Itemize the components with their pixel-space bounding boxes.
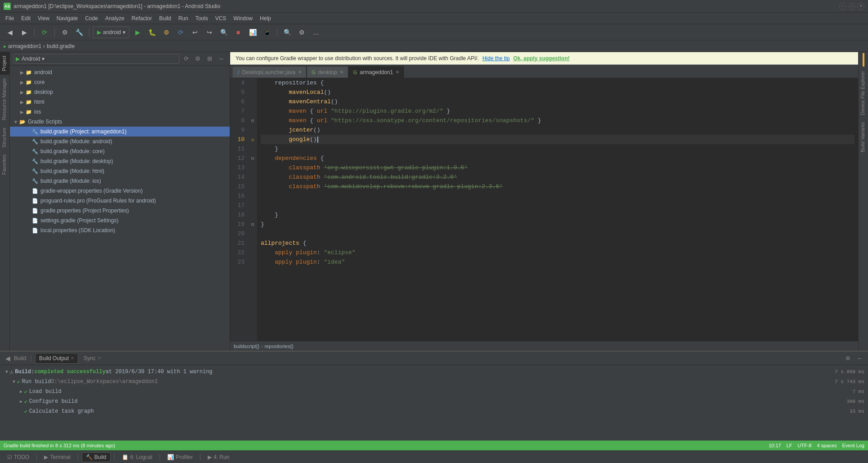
side-tab-device-file-explorer[interactable]: Device File Explorer <box>859 67 868 119</box>
hide-tip-link[interactable]: Hide the tip <box>482 55 510 62</box>
build-row-calculate[interactable]: ✔ Calculate task graph 33 ms <box>0 406 868 416</box>
bottom-arrow-back[interactable]: ◀ <box>4 355 12 362</box>
side-tab-build-variants[interactable]: Build Variants <box>859 119 868 156</box>
tree-item-html[interactable]: ▶ 📁 html <box>10 97 230 107</box>
settings-panel-btn[interactable]: ⚙ <box>193 54 203 64</box>
menu-code[interactable]: Code <box>81 13 102 24</box>
run-btn[interactable]: ▶ <box>131 26 144 39</box>
settings-btn2[interactable]: ⚙ <box>295 26 308 39</box>
menu-refactor[interactable]: Refactor <box>128 13 156 24</box>
build-row-load[interactable]: ▶ ✔ Load build 7 ms <box>0 387 868 397</box>
run-build-text: Run build <box>22 379 51 385</box>
side-tab-resource-manager[interactable]: Resource Manager <box>0 75 9 124</box>
maximize-button[interactable]: □ <box>848 3 855 10</box>
build-row-configure[interactable]: ▶ ✔ Configure build 308 ms <box>0 397 868 406</box>
taskbar-run[interactable]: ▶ 4: Run <box>204 452 233 462</box>
side-tab-structure[interactable]: Structure <box>0 124 9 151</box>
tree-item-gradle-scripts[interactable]: ▼ 📂 Gradle Scripts <box>10 117 230 127</box>
tab-armageddon1[interactable]: G armageddon1 ✕ <box>348 66 405 78</box>
tree-item-build-gradle-android[interactable]: 🔧 build.gradle (Module: android) <box>10 137 230 146</box>
redo-btn[interactable]: ↪ <box>203 26 216 39</box>
tree-item-gradle-wrapper[interactable]: 📄 gradle-wrapper.properties (Gradle Vers… <box>10 186 230 196</box>
find-btn[interactable]: 🔍 <box>218 26 230 39</box>
apply-suggestion-link[interactable]: Ok, apply suggestion! <box>513 55 570 62</box>
taskbar-todo[interactable]: ☑ TODO <box>4 452 33 462</box>
menu-view[interactable]: View <box>34 13 53 24</box>
tab-build-output[interactable]: Build Output ✕ <box>35 353 78 364</box>
toolbar-wrench-btn[interactable]: 🔧 <box>73 26 85 39</box>
tree-item-core[interactable]: ▶ 📁 core <box>10 77 230 87</box>
side-tab-favorites[interactable]: Favorites <box>0 151 9 178</box>
build-row-completed[interactable]: ▼ ⚠️ Build: completed successfully at 20… <box>0 367 868 377</box>
code-line-21: allprojects { <box>261 238 855 248</box>
tree-item-build-gradle-project[interactable]: 🔧 build.gradle (Project: armageddon1) <box>10 127 230 137</box>
close-sync[interactable]: ✕ <box>98 356 101 361</box>
menu-window[interactable]: Window <box>230 13 256 24</box>
tree-item-build-gradle-core[interactable]: 🔧 build.gradle (Module: core) <box>10 146 230 156</box>
fold-icon-12[interactable]: ⊟ <box>251 156 254 161</box>
tree-item-local-props[interactable]: 📄 local.properties (SDK Location) <box>10 225 230 235</box>
layout-panel-btn[interactable]: ⊞ <box>205 54 214 64</box>
menu-vcs[interactable]: VCS <box>212 13 230 24</box>
side-tab-project[interactable]: Project <box>0 52 9 75</box>
close-tab-armageddon1[interactable]: ✕ <box>396 70 399 75</box>
menu-run[interactable]: Run <box>175 13 192 24</box>
menu-help[interactable]: Help <box>256 13 275 24</box>
build-minimize-btn[interactable]: ─ <box>855 353 864 363</box>
tree-item-build-gradle-ios[interactable]: 🔧 build.gradle (Module: ios) <box>10 176 230 186</box>
build-btn[interactable]: ⚙ <box>160 26 173 39</box>
stop-btn[interactable]: ■ <box>232 26 245 39</box>
build-settings-btn[interactable]: ⚙ <box>843 353 853 363</box>
sync-btn[interactable]: ⟳ <box>174 26 187 39</box>
breadcrumb-buildscript[interactable]: buildscript{} <box>234 344 259 349</box>
tree-item-android[interactable]: ▶ 📁 android <box>10 67 230 77</box>
toolbar-settings-btn[interactable]: ⚙ <box>58 26 71 39</box>
fold-icon-19[interactable]: ⊟ <box>251 222 254 227</box>
fold-icon-8[interactable]: ⊟ <box>251 118 254 123</box>
tree-item-desktop[interactable]: ▶ 📁 desktop <box>10 87 230 97</box>
profile-btn[interactable]: 📊 <box>246 26 259 39</box>
tree-item-gradle-props[interactable]: 📄 gradle.properties (Project Properties) <box>10 206 230 216</box>
taskbar-profiler[interactable]: 📊 Profiler <box>164 452 196 462</box>
tree-item-settings-gradle[interactable]: 📄 settings.gradle (Project Settings) <box>10 216 230 225</box>
tree-item-proguard[interactable]: 📄 proguard-rules.pro (ProGuard Rules for… <box>10 196 230 206</box>
close-tab-desktop[interactable]: ✕ <box>340 70 343 75</box>
menu-analyze[interactable]: Analyze <box>102 13 128 24</box>
tab-desktop-launcher[interactable]: J DesktopLauncher.java ✕ <box>232 66 307 78</box>
minimize-panel-btn[interactable]: ─ <box>216 54 226 64</box>
sdk-mgr-btn[interactable]: 📱 <box>261 26 273 39</box>
tree-item-ios[interactable]: ▶ 📁 ios <box>10 107 230 117</box>
code-content[interactable]: repositories { mavenLocal() mavenCentral… <box>257 78 858 341</box>
tab-sync[interactable]: Sync ✕ <box>80 353 105 364</box>
close-button[interactable]: ✕ <box>857 3 864 10</box>
search-everywhere-btn[interactable]: 🔍 <box>281 26 294 39</box>
taskbar-terminal[interactable]: ▶ Terminal <box>40 452 74 462</box>
toolbar-forward-btn[interactable]: ▶ <box>18 26 31 39</box>
run-config-dropdown[interactable]: ▶ android ▾ <box>93 26 129 38</box>
menu-navigate[interactable]: Navigate <box>53 13 81 24</box>
taskbar-logcat[interactable]: 📋 6: Logcat <box>118 452 156 462</box>
toolbar-refresh-btn[interactable]: ⟳ <box>38 26 51 39</box>
build-row-run[interactable]: ▼ ✔ Run build D:\eclipse_Workspaces\arma… <box>0 377 868 387</box>
event-log-link[interactable]: Event Log <box>842 443 864 448</box>
more-btn[interactable]: … <box>310 26 322 39</box>
project-view-dropdown[interactable]: ▶ Android ▾ <box>13 54 179 64</box>
undo-btn[interactable]: ↩ <box>189 26 201 39</box>
warning-icon-1: ⚠️ <box>10 369 13 375</box>
menu-file[interactable]: File <box>2 13 18 24</box>
menu-build[interactable]: Build <box>156 13 175 24</box>
menu-edit[interactable]: Edit <box>18 13 34 24</box>
minimize-button[interactable]: ─ <box>839 3 846 10</box>
code-editor[interactable]: 4 5 6 7 8 9 10 11 12 13 14 15 16 17 18 1… <box>230 78 858 341</box>
taskbar-build[interactable]: 🔨 Build <box>82 452 111 462</box>
tree-item-build-gradle-html[interactable]: 🔧 build.gradle (Module: html) <box>10 166 230 176</box>
tab-desktop[interactable]: G desktop ✕ <box>307 66 348 78</box>
close-build-output[interactable]: ✕ <box>71 356 74 361</box>
tree-item-build-gradle-desktop[interactable]: 🔧 build.gradle (Module: desktop) <box>10 156 230 166</box>
sync-panel-btn[interactable]: ⟳ <box>181 54 191 64</box>
toolbar-back-btn[interactable]: ◀ <box>4 26 16 39</box>
debug-btn[interactable]: 🐛 <box>146 26 158 39</box>
menu-tools[interactable]: Tools <box>192 13 212 24</box>
breadcrumb-repositories[interactable]: repositories{} <box>265 344 294 349</box>
close-tab-desktop-launcher[interactable]: ✕ <box>298 70 302 75</box>
